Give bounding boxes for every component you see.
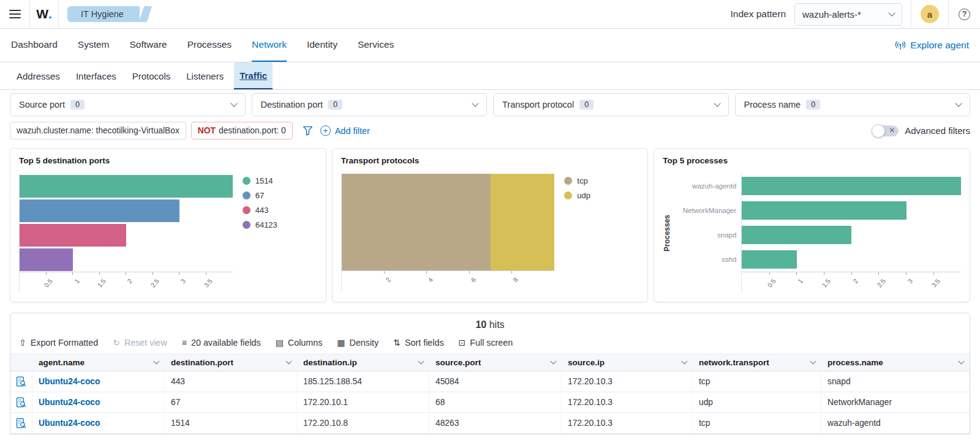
toolbar-export-formatted[interactable]: ⇧Export Formatted xyxy=(19,338,98,348)
index-pattern-select[interactable]: wazuh-alerts-* xyxy=(794,3,902,26)
tab-services[interactable]: Services xyxy=(358,29,394,62)
tick-mark xyxy=(851,272,852,275)
legend-item[interactable]: 64123 xyxy=(243,220,317,229)
legend-item[interactable]: 443 xyxy=(243,206,317,215)
toolbar-label: Columns xyxy=(288,338,322,348)
tick-label: 1.5 xyxy=(821,277,832,289)
bar-segment-udp[interactable] xyxy=(491,174,554,270)
tick-mark xyxy=(824,272,824,275)
avatar[interactable]: a xyxy=(921,5,939,23)
bar-1514[interactable] xyxy=(20,175,233,198)
menu-button[interactable] xyxy=(0,0,29,28)
inspect-document-button[interactable] xyxy=(10,413,32,434)
add-filter-button[interactable]: + Add filter xyxy=(320,125,370,136)
axis-tick: 4 xyxy=(427,271,428,274)
subtab-interfaces[interactable]: Interfaces xyxy=(70,62,122,89)
tab-processes[interactable]: Processes xyxy=(187,29,232,62)
tick-label: 1 xyxy=(796,277,804,285)
tick-label: 2 xyxy=(126,277,134,285)
filter-dropdown-row: Source port0Destination port0Transport p… xyxy=(0,90,980,116)
filter-funnel-icon[interactable] xyxy=(303,125,313,136)
cell-destination.ip: 172.20.10.1 xyxy=(297,392,429,413)
subtab-addresses[interactable]: Addresses xyxy=(11,62,66,89)
reset-icon: ↻ xyxy=(113,338,120,348)
column-header-destination.port[interactable]: destination.port xyxy=(165,354,297,371)
legend-item[interactable]: 67 xyxy=(243,191,317,200)
app-tab-it-hygiene[interactable]: IT Hygiene xyxy=(67,6,140,22)
help-icon[interactable]: ? xyxy=(959,9,970,20)
category-label: wazuh-agentd xyxy=(673,174,741,198)
tab-dashboard[interactable]: Dashboard xyxy=(11,29,58,62)
toolbar-20-available-fields[interactable]: ≡20 available fields xyxy=(182,338,261,348)
chevron-down-icon xyxy=(551,359,557,365)
toolbar-label: Reset view xyxy=(124,338,167,348)
filter-dropdown-transport-protocol[interactable]: Transport protocol0 xyxy=(493,93,729,116)
cell-agent.name[interactable]: Ubuntu24-coco xyxy=(32,413,165,434)
toolbar-sort-fields[interactable]: ⇅Sort fields xyxy=(393,338,443,348)
filter-dropdown-process-name[interactable]: Process name0 xyxy=(735,93,971,116)
column-header-source.ip[interactable]: source.ip xyxy=(562,354,693,371)
subtab-traffic[interactable]: Traffic xyxy=(234,62,273,89)
stacked-bar xyxy=(342,174,555,270)
toolbar-label: Sort fields xyxy=(405,338,444,348)
cell-destination.ip: 185.125.188.54 xyxy=(297,371,429,392)
wazuh-logo[interactable]: W. xyxy=(30,7,58,21)
subtab-listeners[interactable]: Listeners xyxy=(181,62,229,89)
bar-row xyxy=(20,223,233,247)
toggle-off-x-icon: ✕ xyxy=(889,126,895,135)
bar-wazuh-agentd[interactable] xyxy=(742,177,961,195)
toolbar-full-screen[interactable]: ⊡Full screen xyxy=(459,338,513,348)
chevron-down-icon xyxy=(230,100,237,106)
subtab-protocols[interactable]: Protocols xyxy=(127,62,176,89)
tick-label: 2.5 xyxy=(875,277,887,289)
column-header-process.name[interactable]: process.name xyxy=(821,354,970,371)
bar-67[interactable] xyxy=(20,199,179,222)
cell-agent.name[interactable]: Ubuntu24-coco xyxy=(32,392,165,413)
legend-item[interactable]: 1514 xyxy=(243,176,317,185)
bar-NetworkManager[interactable] xyxy=(742,201,906,220)
tab-system[interactable]: System xyxy=(78,29,110,62)
tab-network[interactable]: Network xyxy=(252,29,287,62)
plot-wrap: 0.511.522.533.5 xyxy=(19,174,233,292)
column-header-label: source.ip xyxy=(568,358,605,367)
filter-dropdown-source-port[interactable]: Source port0 xyxy=(10,93,246,116)
bar-row xyxy=(742,247,961,272)
bar-snapd[interactable] xyxy=(742,226,851,244)
column-header-destination.ip[interactable]: destination.ip xyxy=(297,354,429,371)
bar-443[interactable] xyxy=(20,224,126,247)
toolbar-columns[interactable]: ▤Columns xyxy=(276,338,323,348)
tick-mark xyxy=(72,272,73,275)
column-header-source.port[interactable]: source.port xyxy=(429,354,562,371)
toolbar-density[interactable]: ▦Density xyxy=(337,338,379,348)
bars xyxy=(742,174,961,272)
cell-agent.name[interactable]: Ubuntu24-coco xyxy=(32,371,165,392)
filter-dropdown-destination-port[interactable]: Destination port0 xyxy=(252,93,488,116)
legend-label: 67 xyxy=(255,191,264,200)
inspect-document-button[interactable] xyxy=(10,371,32,392)
bar-segment-tcp[interactable] xyxy=(342,174,491,270)
bar-sshd[interactable] xyxy=(742,250,796,269)
inspect-document-button[interactable] xyxy=(10,392,32,413)
column-header-network.transport[interactable]: network.transport xyxy=(693,354,821,371)
tab-identity[interactable]: Identity xyxy=(307,29,337,62)
category-labels: wazuh-agentdNetworkManagersnapdsshd xyxy=(673,174,741,292)
bar-64123[interactable] xyxy=(20,248,73,271)
table-header-row: agent.namedestination.portdestination.ip… xyxy=(10,354,970,371)
column-header-label: source.port xyxy=(435,358,481,367)
cell-network.transport: udp xyxy=(693,392,821,413)
legend-item[interactable]: udp xyxy=(564,191,639,200)
filter-count-badge: 0 xyxy=(328,100,342,110)
legend-item[interactable]: tcp xyxy=(564,176,639,185)
filter-pill[interactable]: wazuh.cluster.name: thecotilking-Virtual… xyxy=(10,122,186,140)
legend-label: 64123 xyxy=(255,220,277,229)
tab-software[interactable]: Software xyxy=(130,29,167,62)
tick-mark xyxy=(179,272,179,275)
advanced-filters-toggle[interactable]: ✕ xyxy=(873,125,899,136)
cell-destination.ip: 172.20.10.8 xyxy=(297,413,429,434)
explore-agent-link[interactable]: Explore agent xyxy=(895,29,969,62)
filter-pill-negated[interactable]: NOTdestination.port: 0 xyxy=(191,122,293,140)
column-header-agent.name[interactable]: agent.name xyxy=(32,354,165,371)
chart-body: 0.511.522.533.515146744364123 xyxy=(19,174,317,292)
tick-label: 0.5 xyxy=(766,277,777,289)
legend-dot xyxy=(564,177,572,185)
